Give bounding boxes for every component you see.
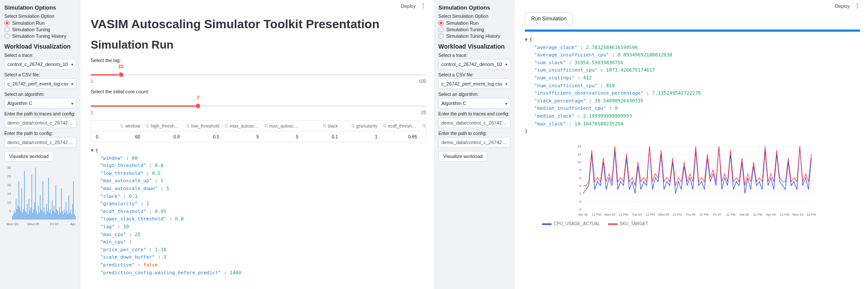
deploy-link[interactable]: Deploy	[401, 3, 416, 9]
svg-text:12: 12	[578, 152, 582, 156]
svg-text:30: 30	[7, 166, 11, 170]
th-high-threshold[interactable]: high_threshold	[151, 123, 181, 128]
csv-label: Select a CSV file:	[438, 72, 510, 77]
json-caret-icon[interactable]: ▼	[525, 37, 529, 43]
slider-lag: Select the lag: 10 1 100	[91, 58, 426, 84]
radio-icon	[438, 27, 444, 32]
csv-select[interactable]: c_26742_perf_event_log.csv ▾	[4, 79, 76, 89]
option-simulation-run[interactable]: Simulation Run	[4, 20, 76, 26]
sidebar: Simulation Options Select Simulation Opt…	[434, 0, 514, 289]
json-caret-icon[interactable]: ▼	[91, 148, 95, 153]
path2-input[interactable]: demo_data/control_c_26742_denom_1	[4, 137, 76, 148]
slider-cores-value: 7	[197, 95, 199, 100]
chevron-down-icon: ▾	[505, 101, 507, 106]
svg-text:Apr 02: Apr 02	[578, 213, 588, 217]
run-simulation-button[interactable]: Run Simulation	[525, 12, 573, 25]
page-subtitle: Simulation Run	[91, 38, 426, 52]
svg-text:Mon 03: Mon 03	[7, 222, 18, 226]
td: 0.95	[380, 131, 420, 142]
td: 0.5	[182, 131, 222, 142]
option-simulation-tuning[interactable]: Simulation Tuning	[438, 27, 510, 32]
svg-text:Mon 03: Mon 03	[605, 213, 615, 217]
csv-value: c_26742_perf_event_log.csv	[441, 81, 503, 86]
trace-value: control_c_26742_denom_10	[7, 62, 68, 67]
radio-icon	[4, 33, 10, 39]
svg-text:2: 2	[579, 191, 582, 195]
svg-text:8: 8	[579, 168, 582, 172]
slider-lag-track[interactable]	[91, 71, 426, 79]
svg-text:Fri 07: Fri 07	[50, 222, 59, 226]
path2-label: Enter the path to config:	[4, 131, 76, 136]
svg-text:12 PM: 12 PM	[753, 213, 763, 217]
svg-text:10: 10	[7, 200, 11, 204]
slider-cores-min: 1	[91, 110, 93, 115]
chevron-down-icon: ▾	[71, 82, 73, 86]
svg-text:20: 20	[7, 183, 11, 187]
csv-value: c_26742_perf_event_log.csv	[7, 81, 69, 86]
svg-text:12 PM: 12 PM	[780, 213, 789, 217]
slider-lag-max: 100	[418, 79, 426, 84]
chevron-down-icon: ▾	[505, 62, 507, 67]
csv-select[interactable]: c_26742_perf_event_log.csv ▾	[438, 79, 510, 89]
th-ecdf[interactable]: ecdf_threshold	[388, 123, 418, 128]
option-simulation-tuning[interactable]: Simulation Tuning	[4, 27, 76, 32]
radio-icon	[4, 27, 10, 32]
svg-text:Apr 09: Apr 09	[766, 213, 776, 217]
slider-cores-track[interactable]	[91, 102, 426, 110]
main-left: Deploy ⋮ VASIM Autoscaling Simulator Too…	[80, 0, 434, 289]
algo-label: Select an algorithm:	[4, 92, 76, 97]
visualize-workload-button[interactable]: Visualize workload	[438, 151, 487, 161]
visualize-workload-button[interactable]: Visualize workload	[4, 151, 53, 161]
th-max-down[interactable]: max_autoscale_down	[270, 123, 301, 128]
option-label: Simulation Tuning History	[12, 33, 66, 39]
algorithm-select[interactable]: Algorithm C ▾	[4, 98, 76, 108]
results-json: ▼{ "average_slack" : 2.7832584616590506"…	[525, 36, 860, 135]
svg-text:Sat 08: Sat 08	[740, 213, 749, 217]
svg-text:14: 14	[578, 144, 582, 148]
option-simulation-tuning-history[interactable]: Simulation Tuning History	[438, 33, 510, 39]
th-low-threshold[interactable]: low_threshold	[191, 123, 220, 128]
td: 1	[341, 131, 380, 142]
kebab-menu-icon[interactable]: ⋮	[854, 3, 860, 9]
chevron-down-icon: ▾	[505, 82, 507, 86]
th-slack[interactable]: slack	[328, 123, 338, 128]
path2-input[interactable]: demo_data/control_c_26742_denom_1	[438, 137, 510, 148]
th-window[interactable]: window	[125, 123, 140, 128]
table-row[interactable]: 0 60 0.8 0.5 5 5 0.1 1 0.95	[91, 131, 426, 142]
svg-text:12 PM: 12 PM	[807, 213, 816, 217]
svg-text:Tue 04: Tue 04	[632, 213, 642, 217]
sidebar-title: Simulation Options	[438, 4, 510, 11]
workload-title: Workload Visualization	[438, 43, 510, 50]
svg-text:12 PM: 12 PM	[592, 213, 602, 217]
slider-lag-value: 10	[118, 64, 123, 69]
slider-cores: Select the initial core count: 7 1 20	[91, 89, 426, 115]
option-simulation-tuning-history[interactable]: Simulation Tuning History	[4, 33, 76, 39]
slider-lag-min: 1	[91, 79, 93, 84]
svg-text:Wed 05: Wed 05	[658, 213, 669, 217]
kebab-menu-icon[interactable]: ⋮	[420, 3, 426, 9]
path1-input[interactable]: demo_data/control_c_26742_denom_1	[438, 118, 510, 128]
chevron-down-icon: ▾	[71, 101, 73, 106]
th-max-up[interactable]: max_autoscale_up	[230, 123, 261, 128]
option-label: Simulation Tuning	[446, 27, 484, 32]
trace-select[interactable]: control_c_26742_denom_10 ▾	[438, 59, 510, 69]
th-granularity[interactable]: granularity	[356, 123, 378, 128]
td: 5	[222, 131, 261, 142]
td: 60	[103, 131, 143, 142]
progress-bar	[525, 30, 860, 32]
algorithm-select[interactable]: Algorithm C ▾	[438, 98, 510, 108]
svg-text:6: 6	[579, 176, 582, 180]
svg-text:Fri 07: Fri 07	[713, 213, 721, 217]
td: 5	[262, 131, 301, 142]
svg-text:-2: -2	[578, 207, 582, 211]
radio-checked-icon	[438, 20, 444, 26]
legend-target: SKU_TARGET	[620, 221, 648, 226]
path1-input[interactable]: demo_data/control_c_26742_denom_1	[4, 118, 76, 128]
trace-label: Select a trace:	[4, 53, 76, 58]
option-simulation-run[interactable]: Simulation Run	[438, 20, 510, 26]
svg-text:Thu 06: Thu 06	[685, 213, 695, 217]
radio-icon	[438, 33, 444, 39]
trace-select[interactable]: control_c_26742_denom_10 ▾	[4, 59, 76, 69]
deploy-link[interactable]: Deploy	[835, 3, 850, 9]
radio-checked-icon	[4, 20, 10, 26]
